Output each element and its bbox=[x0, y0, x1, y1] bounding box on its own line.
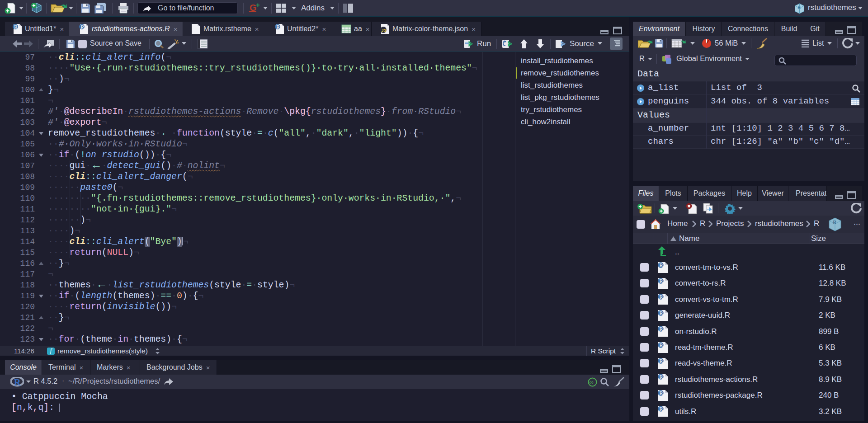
svg-text:R: R bbox=[14, 377, 21, 387]
svg-text:R: R bbox=[659, 406, 663, 412]
svg-text:R: R bbox=[659, 262, 663, 268]
svg-text:R: R bbox=[659, 342, 663, 348]
svg-text:R: R bbox=[659, 294, 663, 300]
svg-text:R: R bbox=[659, 278, 663, 284]
svg-text:R: R bbox=[659, 310, 663, 316]
svg-text:JS: JS bbox=[381, 28, 387, 33]
svg-text:∞: ∞ bbox=[590, 379, 594, 385]
svg-text:R: R bbox=[80, 24, 84, 30]
svg-text:R: R bbox=[659, 326, 663, 332]
svg-text:R: R bbox=[797, 5, 801, 10]
svg-text:R: R bbox=[833, 219, 837, 226]
svg-text:R: R bbox=[659, 374, 663, 380]
svg-text:R: R bbox=[659, 390, 663, 396]
svg-text:R: R bbox=[659, 358, 663, 364]
svg-text:R: R bbox=[14, 24, 18, 30]
svg-text:R: R bbox=[276, 24, 280, 30]
